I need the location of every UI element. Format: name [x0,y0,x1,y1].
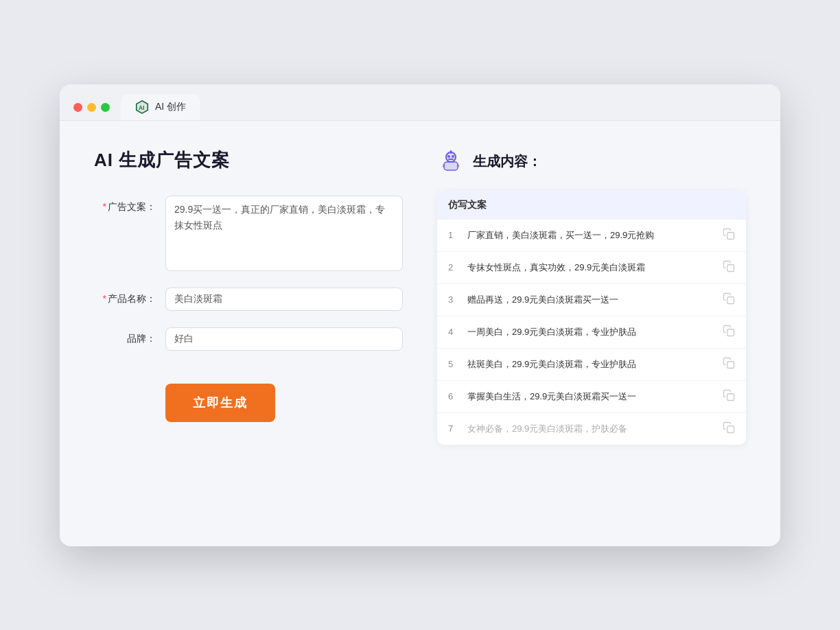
form-row-product-name: *产品名称： [94,288,403,311]
table-row: 2专抹女性斑点，真实功效，29.9元美白淡斑霜 [437,252,746,284]
copy-icon[interactable] [723,260,735,275]
copy-icon[interactable] [723,389,735,404]
form-row-ad-copy: *广告文案： 29.9买一送一，真正的厂家直销，美白淡斑霜，专抹女性斑点 [94,196,403,271]
required-star-ad: * [103,201,106,212]
copy-icon[interactable] [723,357,735,372]
item-number: 3 [448,294,459,305]
item-number: 2 [448,262,459,272]
item-text: 女神必备，29.9元美白淡斑霜，护肤必备 [467,422,714,436]
browser-window: AI AI 创作 AI 生成广告文案 *广告文案： 29.9买一送一，真正的厂家… [60,84,780,546]
form-row-brand: 品牌： [94,327,403,351]
svg-rect-17 [727,361,734,368]
product-name-input[interactable] [165,288,403,311]
maximize-button[interactable] [101,103,110,112]
result-table: 仿写文案 1厂家直销，美白淡斑霜，买一送一，29.9元抢购2专抹女性斑点，真实功… [437,191,746,445]
left-panel: AI 生成广告文案 *广告文案： 29.9买一送一，真正的厂家直销，美白淡斑霜，… [94,148,403,519]
svg-rect-18 [727,393,734,400]
item-number: 5 [448,359,459,369]
item-text: 厂家直销，美白淡斑霜，买一送一，29.9元抢购 [467,229,714,242]
table-row: 5祛斑美白，29.9元美白淡斑霜，专业护肤品 [437,349,746,381]
svg-rect-12 [457,164,459,167]
required-star-product: * [103,293,106,304]
table-row: 1厂家直销，美白淡斑霜，买一送一，29.9元抢购 [437,220,746,252]
svg-rect-15 [727,296,734,303]
copy-icon[interactable] [723,421,735,436]
table-row: 3赠品再送，29.9元美白淡斑霜买一送一 [437,284,746,316]
svg-point-4 [447,155,450,158]
result-items-container: 1厂家直销，美白淡斑霜，买一送一，29.9元抢购2专抹女性斑点，真实功效，29.… [437,220,746,445]
svg-rect-19 [727,425,734,432]
tab-ai-create[interactable]: AI AI 创作 [121,94,200,120]
item-text: 祛斑美白，29.9元美白淡斑霜，专业护肤品 [467,358,714,371]
label-product-name: *产品名称： [94,288,156,305]
svg-point-8 [450,150,452,152]
close-button[interactable] [73,103,82,112]
table-row: 7女神必备，29.9元美白淡斑霜，护肤必备 [437,413,746,445]
page-title: AI 生成广告文案 [94,148,403,172]
svg-rect-11 [443,164,445,167]
svg-point-5 [452,155,454,158]
copy-icon[interactable] [723,325,735,340]
traffic-lights [73,103,110,112]
label-ad-copy: *广告文案： [94,196,156,213]
title-bar: AI AI 创作 [60,84,780,121]
item-text: 赠品再送，29.9元美白淡斑霜买一送一 [467,293,714,307]
tab-label: AI 创作 [155,101,186,113]
item-number: 7 [448,423,459,434]
copy-icon[interactable] [723,292,735,307]
result-title: 生成内容： [473,152,541,171]
item-number: 6 [448,391,459,401]
generate-button[interactable]: 立即生成 [165,384,275,422]
robot-icon [437,148,465,176]
right-panel: 生成内容： 仿写文案 1厂家直销，美白淡斑霜，买一送一，29.9元抢购2专抹女性… [437,148,746,519]
svg-rect-9 [444,162,458,170]
svg-rect-6 [448,159,454,160]
item-text: 一周美白，29.9元美白淡斑霜，专业护肤品 [467,325,714,339]
copy-icon[interactable] [723,228,735,243]
svg-rect-13 [727,232,734,239]
label-brand: 品牌： [94,327,156,345]
content-area: AI 生成广告文案 *广告文案： 29.9买一送一，真正的厂家直销，美白淡斑霜，… [60,121,780,546]
table-header: 仿写文案 [437,191,746,220]
result-header: 生成内容： [437,148,746,176]
table-row: 4一周美白，29.9元美白淡斑霜，专业护肤品 [437,316,746,349]
item-text: 掌握美白生活，29.9元美白淡斑霜买一送一 [467,390,714,404]
brand-input[interactable] [165,327,403,351]
table-row: 6掌握美白生活，29.9元美白淡斑霜买一送一 [437,381,746,413]
item-number: 4 [448,327,459,337]
ad-copy-input[interactable]: 29.9买一送一，真正的厂家直销，美白淡斑霜，专抹女性斑点 [165,196,403,271]
item-text: 专抹女性斑点，真实功效，29.9元美白淡斑霜 [467,261,714,275]
item-number: 1 [448,230,459,240]
ai-tab-icon: AI [135,100,150,115]
svg-rect-14 [727,264,734,271]
svg-rect-16 [727,329,734,336]
minimize-button[interactable] [87,103,96,112]
svg-text:AI: AI [139,104,144,110]
